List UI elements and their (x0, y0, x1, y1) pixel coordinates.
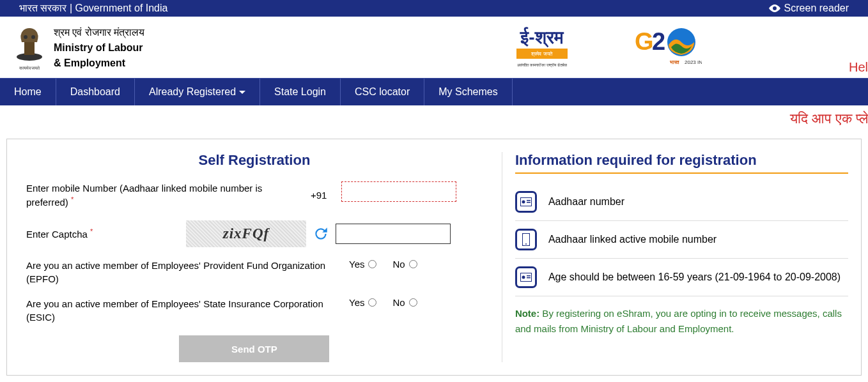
esic-no-label[interactable]: No (392, 297, 417, 308)
main-content: Self Registration Enter mobile Number (A… (6, 139, 862, 376)
info-aadhaar: Aadhaar number (515, 183, 848, 221)
nav-my-schemes[interactable]: My Schemes (424, 79, 512, 105)
note-text: Note: By registering on eShram, you are … (515, 306, 848, 337)
esic-yes-label[interactable]: Yes (349, 297, 376, 308)
g20-logo-icon: G2 भारत 2023 INDIA (625, 24, 702, 70)
svg-text:सत्यमेव जयते: सत्यमेव जयते (19, 65, 41, 70)
captcha-input[interactable] (336, 224, 451, 244)
esic-label: Are you an active member of Employees' S… (26, 297, 339, 324)
id-card-icon (515, 191, 537, 213)
ministry-text: श्रम एवं रोजगार मंत्रालय Ministry of Lab… (54, 22, 144, 71)
svg-text:G: G (635, 28, 654, 55)
svg-rect-22 (527, 275, 531, 277)
info-panel: Information required for registration Aa… (502, 152, 861, 362)
esic-radio-group: Yes No (349, 297, 417, 308)
svg-text:2023 INDIA: 2023 INDIA (685, 59, 702, 65)
gov-text: भारत सरकार | Government of India (19, 3, 167, 14)
svg-point-3 (31, 35, 35, 39)
info-title: Information required for registration (515, 152, 848, 174)
epfo-label: Are you an active member of Employees' P… (26, 259, 339, 286)
nav-state-login[interactable]: State Login (260, 79, 341, 105)
epfo-row: Are you an active member of Employees' P… (26, 259, 483, 286)
help-link[interactable]: Hel (849, 60, 868, 75)
svg-text:भारत: भारत (669, 59, 679, 65)
screen-reader-link[interactable]: Screen reader (769, 3, 849, 14)
captcha-label: Enter Captcha * (26, 227, 180, 241)
nav-home[interactable]: Home (0, 79, 56, 105)
epfo-yes-label[interactable]: Yes (349, 259, 376, 270)
esic-no-radio[interactable] (409, 298, 417, 307)
emblem-block: सत्यमेव जयते श्रम एवं रोजगार मंत्रालय Mi… (13, 22, 144, 73)
svg-point-19 (525, 243, 527, 245)
svg-text:ई-श्रम: ई-श्रम (520, 27, 564, 48)
svg-rect-1 (24, 42, 35, 55)
mobile-label: Enter mobile Number (Aadhaar linked mobi… (26, 181, 301, 209)
mobile-prefix: +91 (311, 190, 327, 201)
esic-yes-radio[interactable] (368, 298, 376, 307)
header-logos: ई-श्रम श्रमेव जयते असंगठित कामगारों का र… (510, 24, 702, 70)
self-registration-title: Self Registration (26, 152, 483, 169)
id-card-icon (515, 266, 537, 288)
svg-text:असंगठित कामगारों का राष्ट्रीय : असंगठित कामगारों का राष्ट्रीय डेटाबेस (517, 63, 568, 68)
svg-rect-23 (527, 277, 531, 279)
svg-rect-17 (527, 202, 531, 203)
captcha-image: zixFQf (186, 220, 306, 247)
svg-text:2: 2 (652, 28, 665, 55)
epfo-no-label[interactable]: No (392, 259, 417, 270)
captcha-row: Enter Captcha * zixFQf (26, 220, 483, 247)
nav-csc-locator[interactable]: CSC locator (341, 79, 424, 105)
svg-text:श्रमेव जयते: श्रमेव जयते (531, 50, 552, 57)
svg-rect-16 (527, 200, 531, 201)
self-registration-panel: Self Registration Enter mobile Number (A… (7, 152, 502, 362)
header: सत्यमेव जयते श्रम एवं रोजगार मंत्रालय Mi… (0, 17, 868, 78)
gov-bar: भारत सरकार | Government of India Screen … (0, 0, 868, 17)
epfo-radio-group: Yes No (349, 259, 417, 270)
epfo-no-radio[interactable] (409, 260, 417, 268)
info-mobile: Aadhaar linked active mobile number (515, 221, 848, 259)
nav-dashboard[interactable]: Dashboard (56, 79, 135, 105)
send-otp-button[interactable]: Send OTP (179, 335, 329, 362)
info-age: Age should be between 16-59 years (21-09… (515, 259, 848, 296)
mobile-row: Enter mobile Number (Aadhaar linked mobi… (26, 181, 483, 209)
mobile-input[interactable] (341, 181, 456, 202)
svg-point-2 (24, 35, 27, 39)
main-nav: Home Dashboard Already Registered State … (0, 78, 868, 105)
eye-icon (769, 4, 780, 13)
epfo-yes-radio[interactable] (368, 260, 376, 268)
chevron-down-icon (239, 91, 245, 94)
india-emblem-icon: सत्यमेव जयते (13, 22, 46, 73)
nav-already-registered[interactable]: Already Registered (135, 79, 260, 105)
refresh-icon[interactable] (313, 225, 329, 242)
svg-point-21 (522, 276, 525, 279)
mobile-icon (515, 229, 537, 250)
svg-point-15 (522, 201, 525, 204)
marquee-text: यदि आप एक प्ले (0, 105, 868, 132)
eshram-logo-icon: ई-श्रम श्रमेव जयते असंगठित कामगारों का र… (510, 24, 574, 70)
esic-row: Are you an active member of Employees' S… (26, 297, 483, 324)
